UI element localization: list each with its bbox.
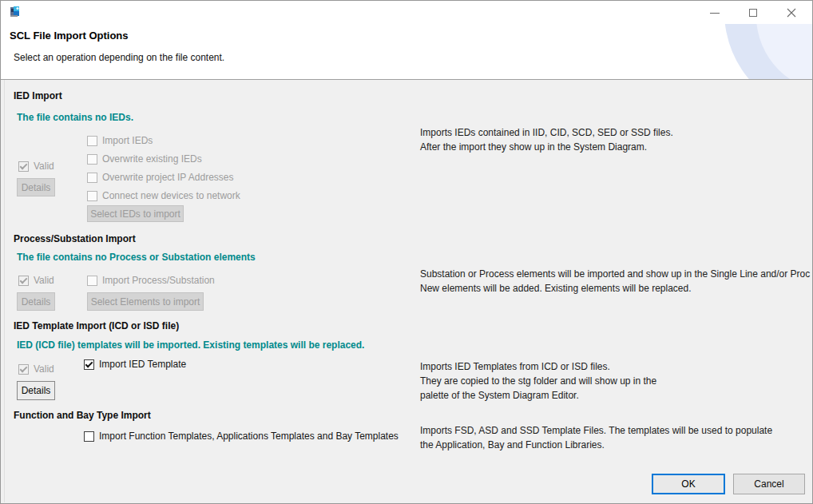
ied-details-button: Details (17, 178, 55, 196)
overwrite-ieds-label: Overwrite existing IEDs (102, 153, 202, 165)
overwrite-ip-label: Overwrite project IP Addresses (102, 172, 234, 183)
header-curve-decoration (573, 24, 812, 79)
import-function-templates-checkbox[interactable] (84, 431, 94, 442)
overwrite-ieds-row: Overwrite existing IEDs (87, 153, 202, 165)
ied-import-status: The file contains no IEDs. (17, 112, 133, 123)
close-icon (787, 8, 796, 18)
maximize-button[interactable] (740, 2, 767, 24)
import-function-templates-row: Import Function Templates, Applications … (84, 431, 399, 442)
close-button[interactable] (778, 2, 805, 24)
import-template-row: Import IED Template (84, 359, 186, 370)
select-elements-button: Select Elements to import (87, 292, 204, 311)
minimize-icon (710, 13, 720, 14)
ied-import-title: IED Import (14, 90, 62, 101)
ied-import-description: Imports IEDs contained in IID, CID, SCD,… (420, 125, 673, 154)
import-ieds-checkbox (87, 136, 97, 146)
import-template-checkbox[interactable] (84, 359, 94, 370)
connect-devices-label: Connect new devices to network (102, 190, 240, 201)
import-ieds-label: Import IEDs (102, 135, 153, 146)
ok-button[interactable]: OK (652, 474, 725, 494)
page-subtitle: Select an operation depending on the fil… (14, 52, 224, 63)
connect-devices-checkbox (87, 191, 97, 201)
template-details-button[interactable]: Details (17, 381, 55, 400)
page-title: SCL File Import Options (10, 30, 129, 42)
function-import-title: Function and Bay Type Import (14, 410, 151, 421)
cancel-button[interactable]: Cancel (733, 474, 805, 494)
import-function-templates-label: Import Function Templates, Applications … (99, 431, 399, 442)
process-valid-checkbox (18, 276, 29, 286)
overwrite-ip-row: Overwrite project IP Addresses (87, 172, 234, 183)
process-valid-label: Valid (34, 275, 54, 286)
import-process-label: Import Process/Substation (102, 275, 215, 286)
left-divider (4, 80, 5, 502)
import-process-checkbox (87, 276, 97, 286)
process-import-description: Substation or Process elements will be i… (420, 267, 810, 296)
template-valid-checkbox (18, 364, 29, 375)
import-template-label: Import IED Template (99, 359, 186, 370)
ied-valid-label: Valid (34, 161, 54, 172)
template-import-description: Imports IED Templates from ICD or ISD fi… (420, 359, 656, 403)
template-valid-label: Valid (34, 363, 54, 375)
template-valid-row: Valid (18, 363, 54, 375)
template-import-title: IED Template Import (ICD or ISD file) (14, 320, 179, 331)
process-import-status: The file contains no Process or Substati… (17, 252, 256, 263)
maximize-icon (749, 9, 757, 17)
titlebar (1, 1, 812, 25)
scl-import-dialog: SCL File Import Options Select an operat… (0, 0, 813, 504)
process-valid-row: Valid (18, 275, 54, 286)
ied-valid-row: Valid (18, 161, 54, 172)
overwrite-ip-checkbox (87, 173, 97, 183)
process-import-title: Process/Substation Import (14, 233, 136, 244)
app-icon (9, 6, 22, 18)
overwrite-ieds-checkbox (87, 154, 97, 165)
minimize-button[interactable] (701, 2, 728, 24)
ied-valid-checkbox (18, 161, 29, 172)
import-ieds-row: Import IEDs (87, 135, 153, 146)
select-ieds-button: Select IEDs to import (87, 205, 184, 222)
template-import-status: IED (ICD file) templates will be importe… (17, 339, 364, 351)
import-process-row: Import Process/Substation (87, 275, 215, 286)
connect-devices-row: Connect new devices to network (87, 190, 240, 201)
function-import-description: Imports FSD, ASD and SSD Template Files.… (420, 423, 772, 452)
process-details-button: Details (17, 292, 55, 311)
